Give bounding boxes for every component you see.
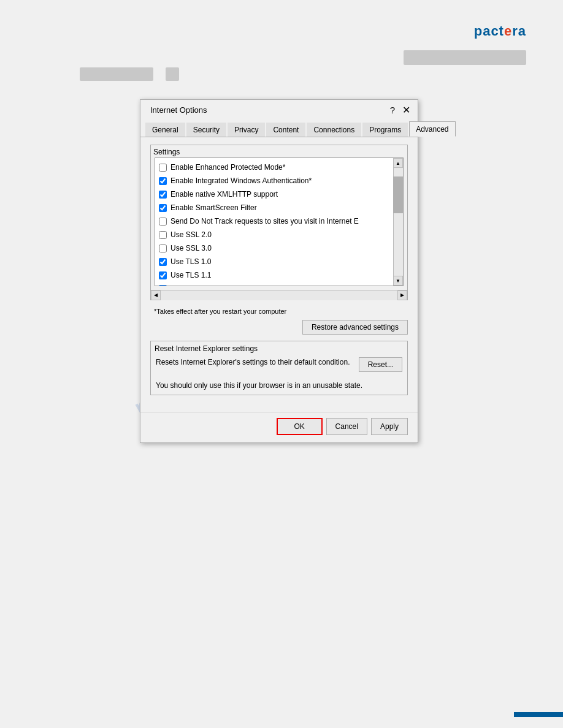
bottom-bar bbox=[514, 712, 563, 717]
reset-button[interactable]: Reset... bbox=[359, 357, 402, 372]
ok-button[interactable]: OK bbox=[277, 418, 323, 435]
tab-advanced[interactable]: Advanced bbox=[409, 121, 455, 137]
setting-label: Use TLS 1.0 bbox=[170, 256, 211, 267]
top-bar-left2 bbox=[166, 67, 179, 81]
restore-btn-row: Restore advanced settings bbox=[150, 320, 408, 335]
setting-tls10: Use TLS 1.0 bbox=[155, 255, 403, 268]
settings-list-container: Enable Enhanced Protected Mode* Enable I… bbox=[155, 157, 404, 286]
setting-tls11: Use TLS 1.1 bbox=[155, 268, 403, 282]
checkbox-enhanced-protected-mode[interactable] bbox=[159, 164, 167, 172]
dialog-footer: OK Cancel Apply bbox=[140, 412, 418, 442]
reset-section-title: Reset Internet Explorer settings bbox=[151, 341, 407, 355]
reset-description: Resets Internet Explorer's settings to t… bbox=[156, 357, 353, 368]
checkbox-smartscreen[interactable] bbox=[159, 204, 167, 212]
setting-label: Use SSL 2.0 bbox=[170, 229, 212, 240]
dialog-body: Settings Enable Enhanced Protected Mode*… bbox=[140, 137, 418, 412]
setting-smartscreen: Enable SmartScreen Filter bbox=[155, 201, 403, 214]
checkbox-do-not-track[interactable] bbox=[159, 218, 167, 226]
pactera-logo: pactera bbox=[474, 23, 526, 39]
setting-label: Enable native XMLHTTP support bbox=[170, 189, 278, 200]
checkbox-tls10[interactable] bbox=[159, 258, 167, 266]
setting-label: Use SSL 3.0 bbox=[170, 243, 212, 254]
checkbox-integrated-windows-auth[interactable] bbox=[159, 177, 167, 185]
setting-label: Use TLS 1.1 bbox=[170, 270, 211, 281]
settings-list: Enable Enhanced Protected Mode* Enable I… bbox=[155, 158, 403, 286]
top-bar-right bbox=[404, 50, 526, 65]
setting-native-xmlhttp: Enable native XMLHTTP support bbox=[155, 188, 403, 201]
hscroll-track bbox=[161, 290, 397, 300]
setting-do-not-track: Send Do Not Track requests to sites you … bbox=[155, 214, 403, 228]
tab-programs[interactable]: Programs bbox=[362, 123, 408, 137]
dialog-title: Internet Options bbox=[150, 105, 207, 115]
hscroll-right-button[interactable]: ▶ bbox=[397, 290, 407, 300]
restore-advanced-settings-button[interactable]: Restore advanced settings bbox=[302, 320, 408, 335]
scroll-thumb[interactable] bbox=[393, 176, 403, 213]
tab-security[interactable]: Security bbox=[186, 123, 226, 137]
setting-enhanced-protected-mode: Enable Enhanced Protected Mode* bbox=[155, 161, 403, 174]
scroll-track: ▲ ▼ bbox=[393, 158, 403, 286]
settings-label: Settings bbox=[151, 145, 407, 157]
checkbox-tls12[interactable] bbox=[159, 285, 167, 286]
scroll-down-button[interactable]: ▼ bbox=[393, 276, 403, 286]
tab-general[interactable]: General bbox=[145, 123, 185, 137]
setting-ssl2: Use SSL 2.0 bbox=[155, 228, 403, 241]
settings-section: Settings Enable Enhanced Protected Mode*… bbox=[150, 145, 408, 300]
checkbox-ssl2[interactable] bbox=[159, 231, 167, 239]
apply-button[interactable]: Apply bbox=[371, 418, 408, 435]
checkbox-ssl3[interactable] bbox=[159, 245, 167, 252]
setting-label: Enable Integrated Windows Authentication… bbox=[170, 175, 312, 186]
tab-privacy[interactable]: Privacy bbox=[228, 123, 265, 137]
tabs-bar: General Security Privacy Content Connect… bbox=[140, 119, 418, 137]
setting-tls12: Use TLS 1.2 bbox=[155, 282, 403, 286]
reset-section-body: Resets Internet Explorer's settings to t… bbox=[151, 355, 407, 377]
reset-warning: You should only use this if your browser… bbox=[156, 381, 402, 391]
help-button[interactable]: ? bbox=[390, 105, 395, 115]
setting-ssl3: Use SSL 3.0 bbox=[155, 241, 403, 255]
tab-content[interactable]: Content bbox=[266, 123, 305, 137]
title-bar: Internet Options ? ✕ bbox=[140, 100, 418, 119]
setting-label: Enable Enhanced Protected Mode* bbox=[170, 162, 285, 173]
checkbox-tls11[interactable] bbox=[159, 271, 167, 279]
restart-note: *Takes effect after you restart your com… bbox=[154, 308, 404, 315]
title-bar-controls: ? ✕ bbox=[390, 105, 410, 115]
reset-section: Reset Internet Explorer settings Resets … bbox=[150, 341, 408, 395]
close-button[interactable]: ✕ bbox=[402, 105, 410, 115]
setting-label: Send Do Not Track requests to sites you … bbox=[170, 216, 359, 227]
tab-connections[interactable]: Connections bbox=[307, 123, 361, 137]
cancel-button[interactable]: Cancel bbox=[326, 418, 367, 435]
horizontal-scrollbar: ◀ ▶ bbox=[151, 290, 407, 300]
setting-label: Enable SmartScreen Filter bbox=[170, 202, 257, 213]
hscroll-left-button[interactable]: ◀ bbox=[151, 290, 161, 300]
internet-options-dialog: Internet Options ? ✕ General Security Pr… bbox=[140, 99, 418, 443]
scroll-up-button[interactable]: ▲ bbox=[393, 158, 403, 168]
setting-integrated-windows-auth: Enable Integrated Windows Authentication… bbox=[155, 174, 403, 188]
top-bar-left bbox=[80, 67, 153, 81]
setting-label: Use TLS 1.2 bbox=[170, 283, 211, 286]
checkbox-native-xmlhttp[interactable] bbox=[159, 191, 167, 199]
